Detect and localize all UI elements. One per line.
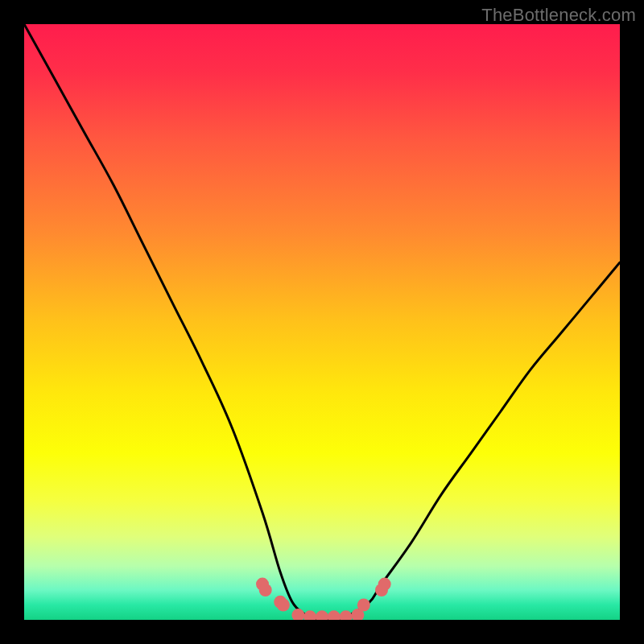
trough-point	[259, 584, 272, 597]
trough-point	[340, 610, 353, 620]
plot-area	[24, 24, 620, 620]
trough-point	[357, 599, 370, 612]
bottleneck-curve	[24, 24, 620, 620]
trough-point	[328, 610, 341, 620]
trough-point	[316, 610, 328, 620]
watermark-text: TheBottleneck.com	[481, 5, 636, 26]
trough-point	[303, 610, 316, 620]
trough-point	[378, 578, 391, 591]
chart-frame: TheBottleneck.com	[0, 0, 644, 644]
trough-point	[291, 609, 304, 620]
trough-point	[277, 599, 290, 612]
